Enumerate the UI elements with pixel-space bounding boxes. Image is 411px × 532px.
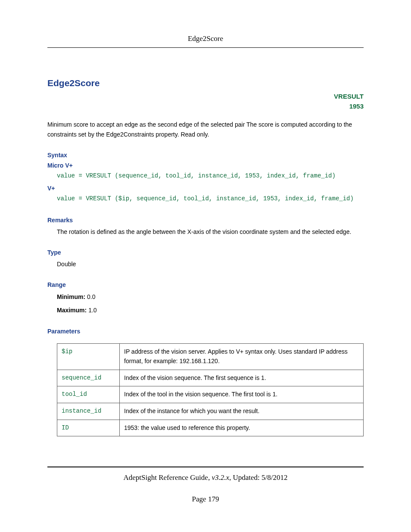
param-name: tool_id: [57, 386, 120, 403]
footer-version: v3.2.x: [212, 473, 229, 482]
remarks-heading: Remarks: [47, 217, 364, 224]
page-num-value: 179: [208, 495, 219, 503]
range-max: Maximum: 1.0: [47, 305, 364, 316]
table-row: tool_id Index of the tool in the vision …: [57, 386, 364, 403]
meta-tag: VRESULT: [47, 92, 364, 102]
range-min-label: Minimum:: [57, 293, 85, 300]
range-min-value: 0.0: [87, 293, 95, 300]
type-value: Double: [47, 259, 364, 269]
footer-updated-label: Updated:: [233, 473, 259, 482]
page-number: Page 179: [47, 495, 364, 504]
type-heading: Type: [47, 249, 364, 256]
param-name: sequence_id: [57, 370, 120, 386]
param-desc: 1953: the value used to reference this p…: [120, 420, 364, 436]
footer: AdeptSight Reference Guide, v3.2.x, Upda…: [47, 467, 364, 504]
meta-block: VRESULT 1953: [47, 92, 364, 111]
param-desc: IP address of the vision server. Applies…: [120, 344, 364, 370]
footer-updated-date: 5/8/2012: [262, 473, 287, 482]
table-row: ID 1953: the value used to reference thi…: [57, 420, 364, 436]
range-min: Minimum: 0.0: [47, 292, 364, 302]
parameters-heading: Parameters: [47, 328, 364, 335]
table-row: sequence_id Index of the vision sequence…: [57, 370, 364, 386]
intro-paragraph: Minimum score to accept an edge as the s…: [47, 120, 364, 140]
micro-vplus-code: value = VRESULT (sequence_id, tool_id, i…: [47, 171, 364, 181]
footer-guide-title: AdeptSight Reference Guide: [123, 473, 208, 482]
param-name: instance_id: [57, 403, 120, 420]
range-max-label: Maximum:: [57, 307, 87, 314]
parameters-table: $ip IP address of the vision server. App…: [57, 343, 364, 436]
remarks-text: The rotation is defined as the angle bet…: [47, 227, 364, 237]
param-desc: Index of the vision sequence. The first …: [120, 370, 364, 386]
footer-guide-line: AdeptSight Reference Guide, v3.2.x, Upda…: [47, 473, 364, 482]
meta-code: 1953: [47, 102, 364, 112]
running-header: Edge2Score: [47, 34, 364, 48]
page-title: Edge2Score: [47, 78, 100, 88]
param-desc: Index of the tool in the vision sequence…: [120, 386, 364, 403]
table-row: $ip IP address of the vision server. App…: [57, 344, 364, 370]
syntax-heading: Syntax: [47, 152, 364, 159]
micro-vplus-label: Micro V+: [47, 162, 364, 169]
param-name: ID: [57, 420, 120, 436]
param-desc: Index of the instance for which you want…: [120, 403, 364, 420]
table-row: instance_id Index of the instance for wh…: [57, 403, 364, 420]
page-label: Page: [192, 495, 206, 503]
range-heading: Range: [47, 281, 364, 288]
range-max-value: 1.0: [88, 307, 97, 314]
vplus-label: V+: [47, 185, 364, 192]
vplus-code: value = VRESULT ($ip, sequence_id, tool_…: [47, 193, 364, 204]
param-name: $ip: [57, 344, 120, 370]
